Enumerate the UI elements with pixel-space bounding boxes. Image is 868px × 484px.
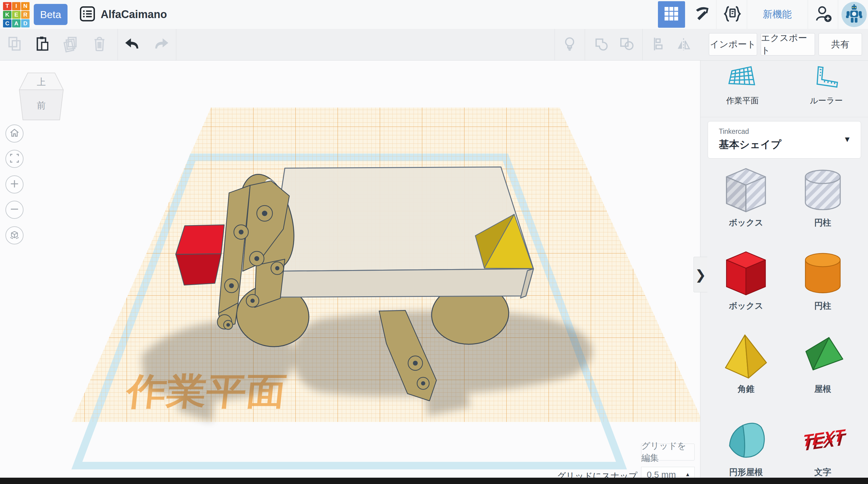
new-features-link[interactable]: 新機能 [749, 0, 805, 29]
shape-label: 円柱 [814, 300, 831, 312]
invite-button[interactable] [809, 0, 838, 29]
fit-view-icon [9, 153, 20, 164]
shape-tile-hole-box[interactable]: ボックス [708, 162, 784, 245]
undo-icon [124, 35, 142, 54]
workplane-label: 作業平面 [726, 95, 758, 106]
align-button[interactable] [645, 29, 672, 60]
sidebar-divider [701, 117, 868, 117]
home-view-button[interactable] [5, 124, 24, 143]
import-button[interactable]: インポート [709, 33, 757, 56]
library-kicker: Tinkercad [719, 127, 749, 135]
shape-tile-hole-cylinder[interactable]: 円柱 [784, 162, 861, 245]
edit-grid-button[interactable]: グリッドを編集 [641, 444, 695, 460]
logo-tile: E [12, 11, 21, 19]
shape-label: ボックス [729, 300, 764, 312]
minecraft-export-button[interactable] [688, 0, 717, 29]
shape-tile-orange-cylinder[interactable]: 円柱 [784, 245, 861, 329]
undo-button[interactable] [119, 29, 146, 60]
copy-button[interactable] [2, 29, 28, 60]
shape-label: ボックス [729, 217, 764, 229]
logo-tile: D [21, 19, 30, 27]
shape-label: 文字 [814, 466, 831, 478]
home-icon [9, 128, 20, 139]
view-cube-front-label: 前 [37, 100, 46, 110]
workplane-tool[interactable]: 作業平面 [701, 60, 784, 117]
shape-tile-roof[interactable]: 屋根 [784, 329, 861, 412]
redo-button[interactable] [148, 29, 174, 60]
perspective-toggle-button[interactable] [5, 226, 24, 244]
export-button[interactable]: エクスポート [761, 33, 815, 56]
ungroup-button[interactable] [614, 29, 640, 60]
person-add-icon [814, 4, 833, 25]
delete-button[interactable] [86, 29, 113, 60]
dashboard-grid-button[interactable] [658, 1, 685, 28]
robot-avatar-icon [843, 3, 865, 26]
shape-gallery: ボックス 円柱 ボックス [708, 162, 861, 484]
ungroup-icon [618, 35, 636, 54]
shape-label: 円形屋根 [729, 466, 763, 478]
toolbar-separator [585, 29, 585, 60]
paste-icon [34, 35, 52, 54]
group-button[interactable] [588, 29, 615, 60]
shape-library-dropdown[interactable]: Tinkercad 基本シェイプ ▼ [708, 121, 861, 158]
logo-tile: C [3, 19, 11, 27]
design-menu-button[interactable] [79, 6, 96, 23]
shape-tile-text[interactable]: TEXT TEXT 文字 [784, 412, 861, 484]
paste-button[interactable] [30, 29, 56, 60]
logo-tile: T [3, 2, 11, 10]
logo-tile: I [12, 2, 21, 10]
shape-label: 屋根 [814, 383, 831, 395]
shape-tile-pyramid[interactable]: 角錐 [708, 329, 784, 412]
shape-tile-red-box[interactable]: ボックス [708, 245, 784, 329]
header-separator [808, 0, 808, 29]
design-title: AlfaCaimano [101, 0, 167, 29]
duplicate-button[interactable] [57, 29, 84, 60]
user-avatar[interactable] [841, 2, 867, 27]
view-cube[interactable]: 上 前 [19, 72, 64, 122]
ruler-tool[interactable]: ルーラー [784, 60, 868, 117]
perspective-cube-icon [9, 230, 20, 241]
duplicate-icon [62, 35, 79, 54]
show-all-button[interactable] [556, 29, 583, 60]
sidebar-collapse-tab[interactable]: ❯ [693, 257, 707, 292]
zoom-in-button[interactable] [5, 175, 24, 193]
pickaxe-icon [693, 5, 711, 24]
header-separator [716, 0, 716, 29]
header-separator [747, 0, 747, 29]
viewport-3d[interactable]: 作業平面 [0, 60, 700, 484]
fit-view-button[interactable] [5, 150, 24, 168]
beta-button[interactable]: Beta [34, 4, 67, 25]
grid-icon [663, 6, 680, 23]
logo-tile: A [12, 19, 21, 27]
mirror-icon [675, 36, 692, 54]
scene-3d: 作業平面 [0, 60, 700, 484]
caret-down-icon: ▼ [843, 135, 851, 144]
app-header: T I N K E R C A D Beta AlfaCaimano 新機能 [0, 0, 868, 29]
shapes-sidebar: 作業平面 ルーラー Tinkercad 基本シェイプ ▼ [700, 60, 868, 484]
logo-tile: N [21, 2, 30, 10]
codeblocks-button[interactable] [718, 0, 747, 29]
chevron-right-icon: ❯ [695, 267, 706, 282]
minus-icon [9, 204, 20, 215]
toolbar-separator [642, 29, 643, 60]
shape-label: 角錐 [738, 383, 754, 395]
library-name: 基本シェイプ [719, 138, 781, 152]
tinkercad-logo[interactable]: T I N K E R C A D [3, 2, 30, 27]
share-button[interactable]: 共有 [818, 33, 862, 56]
group-icon [593, 35, 610, 54]
list-icon [79, 5, 96, 24]
caret-up-icon: ▲ [685, 472, 690, 478]
zoom-out-button[interactable] [5, 201, 24, 219]
sidebar-tools-row: 作業平面 ルーラー [701, 60, 868, 117]
bottom-banner-strip [0, 478, 868, 484]
shape-label: 円柱 [814, 217, 831, 229]
logo-tile: R [21, 11, 30, 19]
shape-tile-round-roof[interactable]: 円形屋根 [708, 412, 784, 484]
copy-icon [6, 35, 24, 54]
toolbar-separator [176, 29, 176, 60]
toolbar-separator [118, 29, 118, 60]
mirror-button[interactable] [670, 29, 697, 60]
edit-toolbar: インポート エクスポート 共有 [0, 29, 868, 61]
toolbar-separator [555, 29, 555, 60]
ruler-icon [812, 64, 841, 93]
